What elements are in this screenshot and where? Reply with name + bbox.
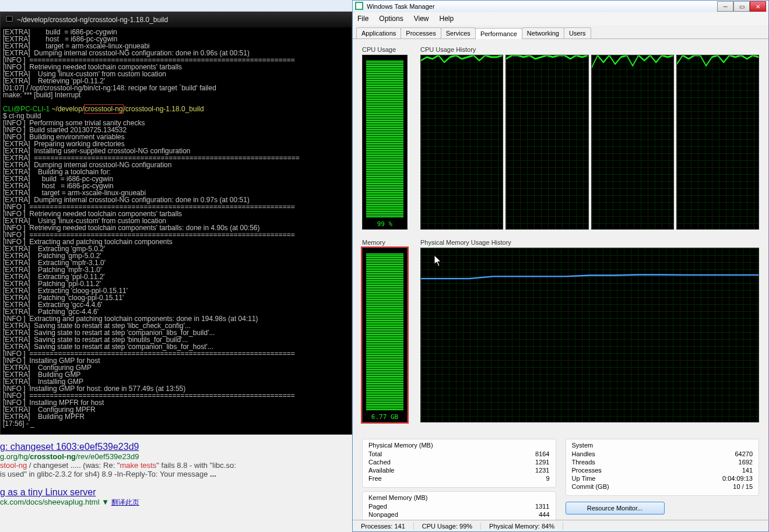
search-result-snippet-1: stool-ng / changeset ..... (was: Re: "ma… [0, 461, 236, 470]
taskmgr-titlebar[interactable]: Windows Task Manager ─ ▭ ✕ [353, 1, 768, 12]
browser-search-results: g: changeset 1603:e0ef539e23d9 g.org/hg/… [0, 436, 350, 511]
memory-history-graph [420, 248, 759, 422]
taskmgr-title: Windows Task Manager [367, 3, 714, 10]
search-result-url-2: ck.com/docs/sheevaplug.html ▼ 翻译此页 [0, 498, 139, 506]
performance-panel: CPU Usage 99 % CPU Usage History Memory … [353, 39, 768, 439]
cpu-history-label: CPU Usage History [420, 46, 759, 53]
cpu-history-graphs [420, 55, 759, 230]
close-button[interactable]: ✕ [750, 1, 766, 12]
system-panel: SystemHandles64270Threads1692Processes14… [566, 439, 760, 496]
search-result-link-2[interactable]: g as a tiny Linux server [0, 487, 96, 497]
tab-performance[interactable]: Performance [475, 28, 522, 39]
terminal-window: ~/develop/crosstool-ng/crosstool-ng-1.18… [0, 12, 352, 435]
menu-file[interactable]: File [357, 15, 368, 23]
status-memory: Physical Memory: 84% [481, 523, 563, 530]
memory-gauge: 6.77 GB [362, 248, 408, 422]
memory-gauge-value: 6.77 GB [363, 412, 407, 422]
search-result-link-1[interactable]: g: changeset 1603:e0ef539e23d9 [0, 442, 139, 452]
status-processes: Processes: 141 [353, 523, 414, 530]
cpu-gauge: 99 % [362, 55, 408, 230]
terminal-titlebar[interactable]: ~/develop/crosstool-ng/crosstool-ng-1.18… [1, 12, 352, 27]
terminal-icon [5, 15, 13, 25]
menu-options[interactable]: Options [379, 15, 403, 23]
tab-services[interactable]: Services [441, 27, 476, 38]
terminal-output[interactable]: [EXTRA] build = i686-pc-cygwin[EXTRA] ho… [1, 27, 352, 434]
menu-help[interactable]: Help [440, 15, 454, 23]
taskmgr-icon [355, 2, 363, 11]
tab-applications[interactable]: Applications [356, 27, 401, 38]
tab-networking[interactable]: Networking [522, 27, 564, 38]
resource-monitor-button[interactable]: Resource Monitor... [566, 502, 665, 515]
maximize-button[interactable]: ▭ [733, 1, 750, 12]
memory-history-label: Physical Memory Usage History [420, 239, 759, 246]
memory-label: Memory [362, 239, 408, 246]
cpu-history-core3 [676, 55, 759, 230]
svg-rect-1 [6, 16, 13, 21]
mouse-cursor [434, 255, 443, 267]
terminal-title: ~/develop/crosstool-ng/crosstool-ng-1.18… [17, 16, 168, 24]
translate-link[interactable]: 翻译此页 [111, 498, 139, 506]
tab-processes[interactable]: Processes [401, 27, 441, 38]
tab-users[interactable]: Users [564, 27, 591, 38]
search-result-url-1: g.org/hg/crosstool-ng/rev/e0ef539e23d9 [0, 452, 139, 461]
cpu-gauge-value: 99 % [363, 219, 407, 229]
stats-panels: Physical Memory (MB)Total8164Cached1291A… [353, 439, 768, 526]
svg-rect-3 [356, 3, 362, 9]
menu-view[interactable]: View [414, 15, 429, 23]
cpu-history-core1 [505, 55, 588, 230]
kernel-memory-panel: Kernel Memory (MB)Paged1311Nonpaged444 [362, 491, 556, 524]
cpu-usage-label: CPU Usage [362, 46, 408, 53]
task-manager-window: Windows Task Manager ─ ▭ ✕ FileOptionsVi… [352, 0, 769, 532]
search-result-snippet-1b: is used" in glibc-2.3.2 for sh4) 8.9 -In… [0, 470, 216, 478]
status-cpu: CPU Usage: 99% [414, 523, 481, 530]
taskmgr-tabs: ApplicationsProcessesServicesPerformance… [353, 25, 768, 39]
minimize-button[interactable]: ─ [717, 1, 733, 12]
cpu-history-core0 [420, 55, 503, 230]
toolbar-fragment [0, 0, 352, 12]
taskmgr-menubar: FileOptionsViewHelp [353, 12, 768, 25]
physical-memory-panel: Physical Memory (MB)Total8164Cached1291A… [362, 439, 556, 488]
cpu-history-core2 [591, 55, 674, 230]
taskmgr-statusbar: Processes: 141 CPU Usage: 99% Physical M… [353, 520, 768, 531]
